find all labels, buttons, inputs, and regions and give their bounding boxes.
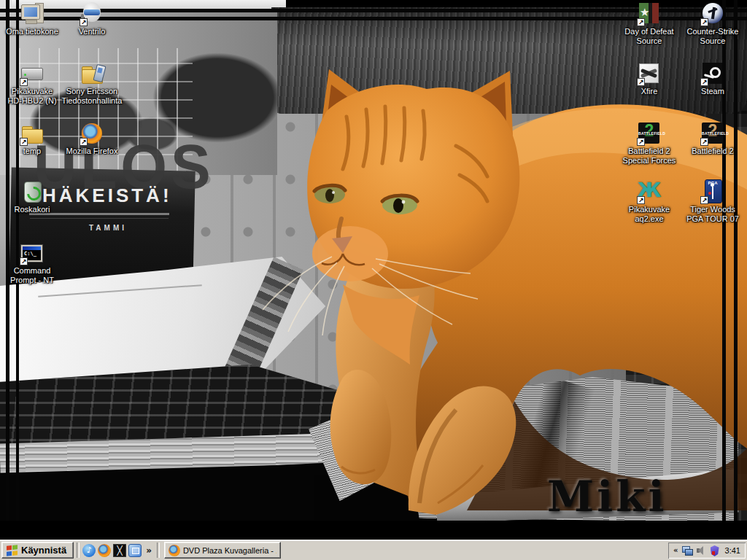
- battlefield2-sf-icon: 2BATTLEFIELD: [637, 121, 662, 146]
- wallpaper-signature: Miki: [547, 475, 667, 518]
- shortcut-arrow-icon: [20, 78, 28, 86]
- folder-icon: [20, 121, 44, 146]
- aq2-creature-icon: [637, 179, 662, 204]
- shortcut-arrow-icon: [637, 138, 645, 146]
- command-prompt-icon: C:\_: [20, 241, 44, 265]
- desktop[interactable]: ULOS HÄKEISTÄ! TAMMI: [0, 0, 747, 540]
- screen: ULOS HÄKEISTÄ! TAMMI: [0, 0, 747, 560]
- ventrilo-headset-icon: [80, 1, 104, 26]
- desktop-icon-day-of-defeat-source[interactable]: Day of DefeatSource: [619, 1, 680, 46]
- clock: 3:41: [725, 546, 740, 555]
- taskbar: Käynnistä » DVD Plaza Kuvagalleria - ...…: [0, 540, 747, 560]
- shortcut-arrow-icon: [20, 138, 28, 146]
- battlefield2-icon: 2BATTLEFIELD: [700, 121, 725, 146]
- desktop-icon-sony-ericsson[interactable]: Sony EricssonTiedostonhallinta: [54, 61, 130, 106]
- shortcut-arrow-icon: [700, 138, 708, 146]
- desktop-icon-recycle-bin[interactable]: Roskakori: [1, 179, 63, 214]
- counter-strike-icon: [700, 1, 725, 26]
- shortcut-arrow-icon: [637, 196, 645, 204]
- desktop-icon-command-prompt[interactable]: C:\_ CommandPrompt - NT: [1, 241, 63, 285]
- frame-bottom-band: [0, 521, 747, 540]
- shortcut-arrow-icon: [637, 18, 645, 26]
- desktop-icon-steam[interactable]: Steam: [682, 61, 743, 96]
- day-of-defeat-icon: [637, 1, 662, 26]
- pga-tour-icon: PGA: [700, 179, 725, 204]
- shortcut-arrow-icon: [20, 257, 28, 265]
- desktop-icon-xfire[interactable]: Xfire: [619, 61, 680, 96]
- desktop-icon-temp[interactable]: temp: [1, 121, 63, 156]
- quick-launch-bar: »: [82, 544, 154, 557]
- steam-icon: [700, 61, 725, 86]
- firefox-task-icon: [169, 545, 180, 556]
- desktop-icon-counter-strike-source[interactable]: Counter-StrikeSource: [682, 1, 743, 46]
- xfire-icon: [637, 61, 662, 86]
- volume-tray-icon[interactable]: [696, 545, 708, 556]
- shortcut-arrow-icon: [700, 18, 708, 26]
- taskbar-separator: [157, 542, 160, 558]
- desktop-icon-battlefield2-special-forces[interactable]: 2BATTLEFIELD Battlefield 2Special Forces: [619, 121, 680, 166]
- shortcut-arrow-icon: [80, 138, 88, 146]
- start-label: Käynnistä: [21, 545, 66, 556]
- quicklaunch-overflow-chevron[interactable]: »: [144, 544, 154, 557]
- desktop-icon-tiger-woods[interactable]: PGA Tiger WoodsPGA TOUR 07: [682, 179, 743, 224]
- folder-phone-icon: [80, 61, 104, 86]
- shortcut-arrow-icon: [80, 18, 88, 26]
- desktop-icon-ventrilo[interactable]: Ventrilo: [61, 1, 123, 36]
- taskbar-separator: [77, 542, 80, 558]
- recycle-bin-icon: [20, 179, 44, 204]
- start-button[interactable]: Käynnistä: [1, 542, 74, 559]
- desktop-icon-my-computer[interactable]: Oma tietokone: [1, 1, 63, 36]
- firefox-icon: [80, 121, 104, 146]
- network-tray-icon[interactable]: [681, 545, 693, 556]
- task-button-dvd-plaza[interactable]: DVD Plaza Kuvagalleria - ...: [164, 542, 281, 559]
- shield-tray-icon[interactable]: [711, 545, 719, 556]
- shortcut-arrow-icon: [637, 78, 645, 86]
- task-button-label: DVD Plaza Kuvagalleria - ...: [183, 546, 276, 555]
- tray-collapse-chevron[interactable]: «: [673, 542, 678, 559]
- firefox-quicklaunch-icon[interactable]: [98, 544, 111, 557]
- shortcut-arrow-icon: [700, 78, 708, 86]
- external-drive-icon: [20, 61, 44, 86]
- desktop-icon-aq2[interactable]: Pikakuvakeaq2.exe: [619, 179, 680, 224]
- itunes-quicklaunch-icon[interactable]: [82, 544, 96, 557]
- blue-window-quicklaunch-icon[interactable]: [128, 544, 142, 557]
- shortcut-arrow-icon: [700, 196, 708, 204]
- desktop-icon-battlefield2[interactable]: 2BATTLEFIELD Battlefield 2: [682, 121, 743, 156]
- my-computer-icon: [20, 1, 44, 26]
- system-tray: « 3:41: [668, 542, 746, 559]
- windows-logo-icon: [7, 545, 18, 556]
- desktop-icon-firefox[interactable]: Mozilla Firefox: [61, 121, 123, 156]
- black-cross-quicklaunch-icon[interactable]: [113, 544, 126, 557]
